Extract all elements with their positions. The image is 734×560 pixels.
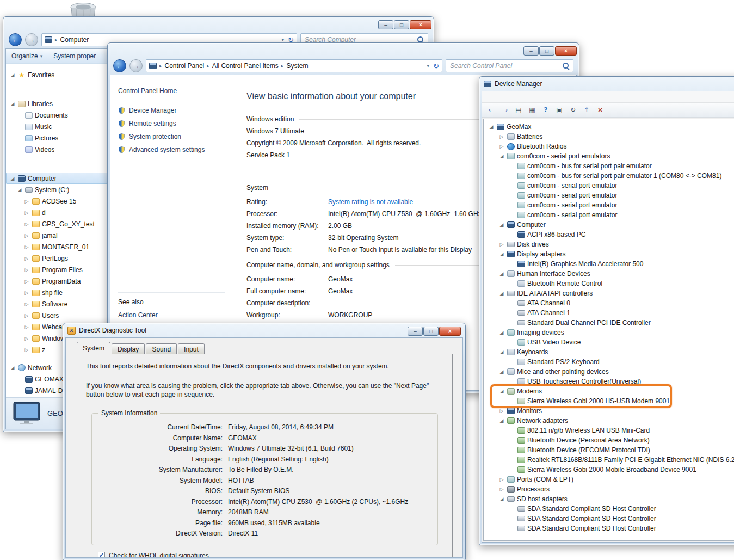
- device-item[interactable]: ATA Channel 0: [484, 298, 734, 308]
- breadcrumb-system[interactable]: System: [286, 62, 308, 70]
- device-item[interactable]: com0com - serial port emulator: [484, 200, 734, 210]
- expander-icon[interactable]: ▷: [23, 347, 30, 353]
- expander-icon[interactable]: ◢: [498, 349, 505, 355]
- minimize-button[interactable]: [378, 20, 393, 29]
- tab-display[interactable]: Display: [112, 343, 145, 354]
- device-category-display-adapters[interactable]: ◢ Display adapters: [484, 249, 734, 259]
- sidebar-item-remote-settings[interactable]: Remote settings: [118, 120, 236, 127]
- expander-icon[interactable]: ▷: [498, 241, 505, 248]
- device-item[interactable]: USB Touchscreen Controller(Universal): [484, 377, 734, 386]
- show-icon[interactable]: [513, 104, 525, 116]
- back-icon[interactable]: [485, 104, 497, 116]
- device-item[interactable]: ACPI x86-based PC: [484, 230, 734, 239]
- expander-icon[interactable]: ▷: [23, 301, 30, 307]
- tree-item-system-c[interactable]: ◢ System (C:): [6, 184, 108, 195]
- tree-item-folder[interactable]: ▷ shp file: [6, 287, 108, 298]
- tab-sound[interactable]: Sound: [146, 343, 177, 354]
- tree-item-pictures[interactable]: Pictures: [6, 132, 108, 144]
- device-category-ports[interactable]: ▷ Ports (COM & LPT): [484, 475, 734, 484]
- device-item[interactable]: Bluetooth Device (Personal Area Network): [484, 435, 734, 445]
- device-root[interactable]: ◢ GeoMax: [484, 122, 734, 132]
- tree-item-music[interactable]: Music: [6, 121, 108, 132]
- expander-icon[interactable]: ▷: [23, 198, 30, 205]
- device-item[interactable]: Intel(R) Graphics Media Accelerator 500: [484, 259, 734, 269]
- expander-icon[interactable]: ▷: [23, 312, 30, 319]
- expander-icon[interactable]: ▷: [23, 335, 30, 342]
- device-category-ide[interactable]: ◢ IDE ATA/ATAPI controllers: [484, 288, 734, 298]
- device-category-modems[interactable]: ◢ Modems: [484, 386, 734, 396]
- device-item[interactable]: com0com - serial port emulator: [484, 181, 734, 190]
- device-item[interactable]: com0com - serial port emulator: [484, 190, 734, 200]
- organize-button[interactable]: Organize ▾: [11, 52, 42, 60]
- whql-checkbox[interactable]: ✓ Check for WHQL digital signatures: [98, 552, 445, 558]
- tree-item-computer[interactable]: ◢ Computer: [6, 173, 108, 184]
- expander-icon[interactable]: ◢: [498, 496, 505, 502]
- device-category-hid[interactable]: ◢ Human Interface Devices: [484, 269, 734, 279]
- device-category-imaging[interactable]: ◢ Imaging devices: [484, 328, 734, 337]
- device-item[interactable]: com0com - bus for serial port pair emula…: [484, 171, 734, 181]
- address-dropdown-icon[interactable]: ▾: [427, 63, 430, 69]
- expander-icon[interactable]: ◢: [9, 365, 16, 371]
- device-item[interactable]: Bluetooth Device (RFCOMM Protocol TDI): [484, 445, 734, 455]
- tree-item-folder[interactable]: ▷ GPS_Go_XY_test: [6, 218, 108, 230]
- device-item[interactable]: 802.11 n/g/b Wireless LAN USB Mini-Card: [484, 426, 734, 435]
- device-category-bluetooth-radios[interactable]: ▷ Bluetooth Radios: [484, 141, 734, 151]
- sidebar-item-system-protection[interactable]: System protection: [118, 133, 236, 140]
- expander-icon[interactable]: ◢: [498, 270, 505, 277]
- expander-icon[interactable]: ◢: [9, 72, 16, 78]
- breadcrumb-control-panel[interactable]: Control Panel: [165, 62, 205, 70]
- expander-icon[interactable]: ▷: [23, 324, 30, 330]
- expander-icon[interactable]: ◢: [498, 221, 505, 228]
- back-button[interactable]: ←: [9, 33, 22, 46]
- sidebar-item-action-center[interactable]: Action Center: [118, 311, 225, 319]
- minimize-button[interactable]: [523, 46, 539, 56]
- device-category-computer[interactable]: ◢ Computer: [484, 220, 734, 230]
- search-box[interactable]: Search Control Panel: [446, 59, 573, 72]
- expander-icon[interactable]: ◢: [9, 101, 16, 107]
- system-properties-button[interactable]: System proper: [53, 52, 96, 60]
- device-category-monitors[interactable]: ▷ Monitors: [484, 406, 734, 416]
- expander-icon[interactable]: ▷: [498, 408, 505, 414]
- close-button[interactable]: [555, 46, 577, 56]
- device-item[interactable]: SDA Standard Compliant SD Host Controlle…: [484, 514, 734, 524]
- update-icon[interactable]: [581, 104, 593, 116]
- device-item[interactable]: Sierra Wireless Gobi 2000 Mobile Broadba…: [484, 465, 734, 475]
- expander-icon[interactable]: ◢: [498, 368, 505, 375]
- forward-button[interactable]: →: [25, 33, 38, 46]
- device-category-processors[interactable]: ▷ Processors: [484, 484, 734, 494]
- expander-icon[interactable]: ◢: [498, 388, 505, 395]
- close-button[interactable]: [439, 327, 461, 336]
- device-category-batteries[interactable]: ▷ Batteries: [484, 132, 734, 141]
- device-category-disk-drives[interactable]: ▷ Disk drives: [484, 239, 734, 249]
- properties-icon[interactable]: [526, 104, 538, 116]
- tree-item-folder[interactable]: ▷ ProgramData: [6, 275, 108, 287]
- device-category-keyboards[interactable]: ◢ Keyboards: [484, 347, 734, 357]
- sidebar-item-advanced-system-settings[interactable]: Advanced system settings: [118, 146, 236, 153]
- expander-icon[interactable]: ◢: [498, 417, 505, 424]
- tree-item-videos[interactable]: Videos: [6, 144, 108, 155]
- device-item[interactable]: Bluetooth Remote Control: [484, 279, 734, 288]
- device-category-com0com[interactable]: ◢ com0com - serial port emulators: [484, 151, 734, 161]
- device-item[interactable]: Standard PS/2 Keyboard: [484, 357, 734, 367]
- refresh-icon[interactable]: ↻: [433, 62, 439, 70]
- expander-icon[interactable]: ▷: [498, 143, 505, 150]
- tab-system[interactable]: System: [77, 342, 110, 354]
- expander-icon[interactable]: ◢: [9, 175, 16, 182]
- device-item[interactable]: ATA Channel 1: [484, 308, 734, 318]
- tree-item-folder[interactable]: ▷ Users: [6, 310, 108, 321]
- expander-icon[interactable]: ▷: [23, 221, 30, 227]
- device-item[interactable]: SDA Standard Compliant SD Host Controlle…: [484, 504, 734, 514]
- tree-item-folder[interactable]: ▷ MONTASER_01: [6, 241, 108, 253]
- expander-icon[interactable]: ◢: [498, 251, 505, 257]
- tree-item-libraries[interactable]: ◢ Libraries: [6, 98, 108, 109]
- uninstall-icon[interactable]: [594, 104, 606, 116]
- device-category-mice[interactable]: ◢ Mice and other pointing devices: [484, 367, 734, 377]
- scan-icon[interactable]: [567, 104, 579, 116]
- expander-icon[interactable]: ▷: [23, 232, 30, 239]
- breadcrumb-all-items[interactable]: All Control Panel Items: [212, 62, 279, 70]
- expander-icon[interactable]: ▷: [23, 267, 30, 273]
- expander-icon[interactable]: ▷: [23, 278, 30, 285]
- device-icon[interactable]: [553, 104, 565, 116]
- sidebar-item-device-manager[interactable]: Device Manager: [118, 107, 236, 114]
- expander-icon[interactable]: ▷: [23, 290, 30, 296]
